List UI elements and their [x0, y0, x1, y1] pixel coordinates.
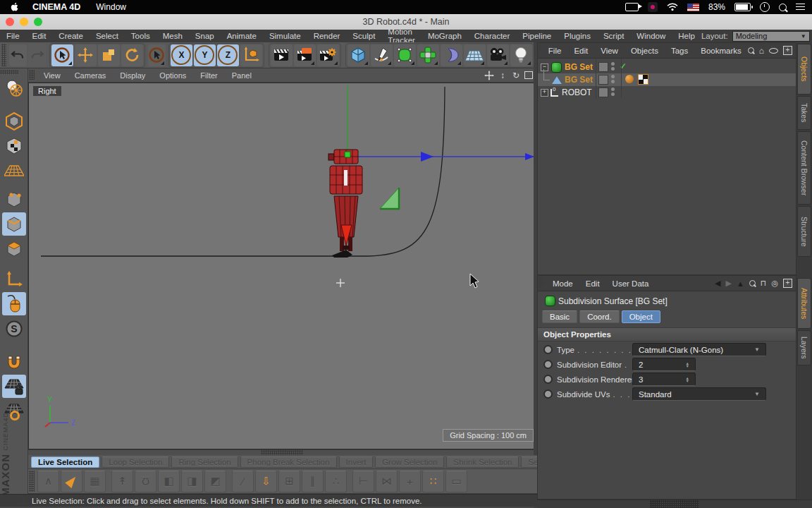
select-connected-button[interactable]: Select Connected [521, 456, 537, 468]
render-picture-viewer-button[interactable] [294, 44, 316, 66]
subdivide-uvs-dropdown[interactable]: Standard ▼ [632, 387, 766, 401]
visibility-dots[interactable] [611, 87, 615, 96]
viewport-menu-panel[interactable]: Panel [225, 71, 259, 80]
mesh-tool-inner-cube[interactable]: ◩ [204, 471, 226, 492]
keyframe-dot-icon[interactable] [543, 345, 553, 354]
object-name[interactable]: ROBOT [562, 87, 592, 97]
keyframe-dot-icon[interactable] [543, 360, 553, 369]
object-properties-header[interactable]: Object Properties [538, 327, 796, 341]
visibility-dots[interactable] [611, 75, 615, 83]
viewport-solo-button[interactable] [2, 292, 26, 315]
notification-center-icon[interactable] [796, 4, 805, 11]
tab-attributes[interactable]: Attributes [797, 278, 811, 329]
render-settings-button[interactable] [317, 44, 339, 66]
attribute-grip[interactable] [539, 277, 544, 286]
input-language-flag-icon[interactable] [687, 4, 699, 11]
menu-render[interactable]: Render [307, 32, 347, 40]
om-home-icon[interactable]: ⌂ [759, 46, 764, 56]
object-name[interactable]: BG Set [565, 75, 593, 85]
tab-object[interactable]: Object [622, 310, 660, 323]
spinner-arrows-icon[interactable]: ▲▼ [686, 362, 689, 368]
menu-simulate[interactable]: Simulate [263, 32, 307, 40]
tab-objects[interactable]: Objects [797, 44, 811, 95]
macos-window-menu[interactable]: Window [96, 2, 126, 12]
scale-tool[interactable] [98, 44, 120, 66]
mesh-tool-matrix-extrude[interactable]: ⊞ [278, 471, 300, 492]
axis-z-toggle[interactable]: Z [217, 44, 239, 66]
axis-mode-button[interactable] [2, 267, 26, 291]
menu-create[interactable]: Create [52, 32, 90, 40]
ring-selection-button[interactable]: Ring Selection [171, 456, 238, 468]
mesh-tool-brush[interactable]: ↟ [111, 471, 133, 492]
menu-help[interactable]: Help [672, 32, 701, 40]
menu-window[interactable]: Window [630, 32, 672, 40]
viewport-menu-cameras[interactable]: Cameras [68, 71, 113, 80]
zoom-view-icon[interactable]: ↕ [498, 71, 508, 80]
subdivision-surface-menu[interactable] [394, 44, 416, 66]
attr-menu-edit[interactable]: Edit [579, 279, 606, 288]
viewport-splitter[interactable] [28, 449, 536, 455]
points-mode-button[interactable] [2, 188, 26, 211]
axis-origin-handle[interactable] [345, 152, 350, 157]
phong-tag-icon[interactable] [625, 75, 634, 83]
mesh-tool-bevel[interactable]: ◧ [158, 471, 180, 492]
mesh-tool-polygon-pen[interactable] [61, 471, 82, 492]
object-row-robot[interactable]: + ROBOT [538, 86, 796, 99]
enable-snap-button[interactable] [2, 350, 26, 373]
menu-file[interactable]: File [0, 32, 26, 40]
lock-icon[interactable]: ⊓ [761, 279, 767, 288]
attr-new-panel-icon[interactable]: + [783, 279, 792, 288]
keyframe-dot-icon[interactable] [543, 389, 553, 399]
right-panel-scrollbar[interactable] [537, 500, 812, 508]
mesh-tool-dissolve[interactable]: ∴ [325, 471, 347, 492]
mesh-tool-extrude[interactable]: ⇩ [255, 471, 277, 492]
object-row-bg-set-child[interactable]: BG Set [538, 73, 796, 86]
grow-selection-button[interactable]: Grow Selection [375, 456, 444, 468]
menu-script[interactable]: Script [597, 32, 630, 40]
menu-edit[interactable]: Edit [26, 32, 53, 40]
om-menu-file[interactable]: File [542, 47, 568, 55]
om-menu-view[interactable]: View [594, 47, 625, 55]
viewport-menu-options[interactable]: Options [152, 71, 193, 80]
om-path-icon[interactable] [769, 48, 778, 54]
workplane-lock-button[interactable] [2, 375, 26, 398]
viewport-menu-display[interactable]: Display [113, 71, 152, 80]
move-tool[interactable] [75, 44, 97, 66]
om-menu-tags[interactable]: Tags [665, 47, 694, 55]
subdivision-renderer-input[interactable]: 3 ▲▼ [632, 373, 696, 386]
visibility-dots[interactable] [611, 62, 615, 71]
spline-pen-menu[interactable] [371, 44, 393, 66]
rotate-view-icon[interactable]: ↻ [511, 71, 521, 80]
texture-mode-button[interactable] [2, 134, 26, 157]
menu-mesh[interactable]: Mesh [156, 32, 189, 40]
invert-button[interactable]: Invert [339, 456, 374, 468]
menu-mograph[interactable]: MoGraph [422, 32, 468, 40]
live-selection-button[interactable]: Live Selection [31, 456, 99, 468]
subdivision-surface-object-icon[interactable] [551, 62, 562, 73]
environment-menu[interactable] [464, 44, 486, 66]
mesh-tool-tessellate[interactable]: ▦ [84, 471, 106, 492]
menu-character[interactable]: Character [468, 32, 517, 40]
om-menu-bookmarks[interactable]: Bookmarks [694, 47, 748, 55]
viewport-view-label[interactable]: Right [33, 86, 61, 96]
mesh-bar-grip[interactable] [29, 471, 35, 492]
attr-menu-mode[interactable]: Mode [546, 279, 579, 288]
toggle-panel-icon[interactable] [524, 71, 533, 79]
loop-selection-button[interactable]: Loop Selection [102, 456, 169, 468]
menu-plugins[interactable]: Plugins [558, 32, 597, 40]
layer-color-chip[interactable] [598, 87, 608, 97]
toolbar-grip[interactable] [1, 44, 6, 66]
menu-tools[interactable]: Tools [125, 32, 156, 40]
layout-dropdown[interactable]: Modeling ▼ [732, 31, 810, 42]
mesh-tool-extrude-cube[interactable]: ◨ [181, 471, 203, 492]
om-add-bookmark-icon[interactable]: + [783, 46, 792, 55]
tab-layers[interactable]: Layers [797, 330, 811, 365]
texture-tag-icon[interactable] [638, 74, 648, 85]
workplane-mode-button[interactable] [2, 159, 26, 182]
tab-basic[interactable]: Basic [542, 310, 577, 323]
viewport-menu-grip[interactable] [29, 70, 35, 80]
live-selection-tool[interactable] [51, 44, 73, 66]
attr-search-icon[interactable] [749, 280, 756, 286]
attr-menu-user-data[interactable]: User Data [606, 279, 656, 288]
viewport-menu-filter[interactable]: Filter [193, 71, 224, 80]
